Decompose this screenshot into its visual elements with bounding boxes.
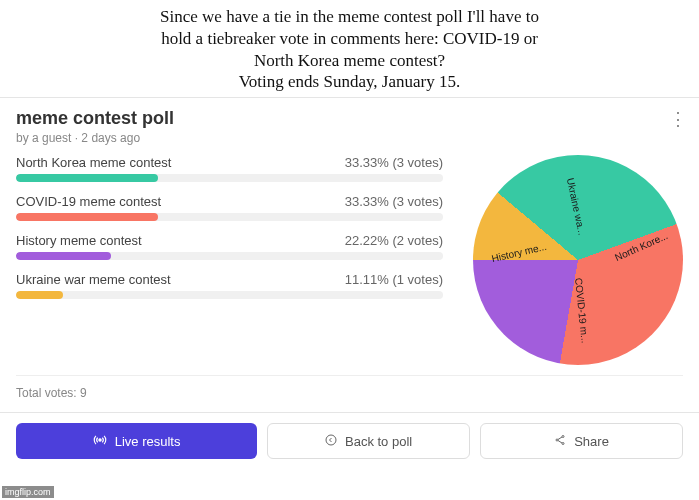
button-label: Share	[574, 434, 609, 449]
bar-fill	[16, 291, 63, 299]
poll-option: Ukraine war meme contest11.11% (1 votes)	[16, 272, 443, 299]
svg-point-0	[99, 438, 101, 440]
option-stat: 11.11% (1 votes)	[345, 272, 443, 287]
back-to-poll-button[interactable]: Back to poll	[267, 423, 470, 459]
poll-title: meme contest poll	[16, 108, 683, 129]
bar-track	[16, 291, 443, 299]
total-votes: Total votes: 9	[16, 375, 683, 400]
share-icon	[554, 434, 566, 449]
option-stat: 33.33% (3 votes)	[345, 155, 443, 170]
bar-track	[16, 252, 443, 260]
broadcast-icon	[93, 433, 107, 450]
pie-chart: North Kore... COVID-19 m... History me..…	[473, 155, 683, 365]
bar-fill	[16, 252, 111, 260]
bar-track	[16, 213, 443, 221]
bar-track	[16, 174, 443, 182]
poll-option: History meme contest22.22% (2 votes)	[16, 233, 443, 260]
poll-results-list: North Korea meme contest33.33% (3 votes)…	[16, 155, 443, 365]
svg-point-4	[562, 442, 564, 444]
option-label: North Korea meme contest	[16, 155, 171, 170]
poll-byline: by a guest · 2 days ago	[16, 131, 683, 145]
more-menu-icon[interactable]: ⋮	[669, 108, 687, 130]
live-results-button[interactable]: Live results	[16, 423, 257, 459]
poll-option: North Korea meme contest33.33% (3 votes)	[16, 155, 443, 182]
button-row: Live results Back to poll Share	[0, 423, 699, 459]
option-label: History meme contest	[16, 233, 142, 248]
back-arrow-icon	[325, 434, 337, 449]
bar-fill	[16, 174, 158, 182]
svg-point-3	[556, 439, 558, 441]
bar-fill	[16, 213, 158, 221]
image-caption: Since we have a tie in the meme contest …	[0, 0, 699, 97]
svg-point-2	[562, 435, 564, 437]
svg-point-1	[326, 435, 336, 445]
poll-option: COVID-19 meme contest33.33% (3 votes)	[16, 194, 443, 221]
option-label: COVID-19 meme contest	[16, 194, 161, 209]
button-label: Back to poll	[345, 434, 412, 449]
poll-card: meme contest poll by a guest · 2 days ag…	[0, 97, 699, 413]
option-stat: 33.33% (3 votes)	[345, 194, 443, 209]
option-label: Ukraine war meme contest	[16, 272, 171, 287]
watermark: imgflip.com	[2, 486, 54, 498]
option-stat: 22.22% (2 votes)	[345, 233, 443, 248]
button-label: Live results	[115, 434, 181, 449]
share-button[interactable]: Share	[480, 423, 683, 459]
